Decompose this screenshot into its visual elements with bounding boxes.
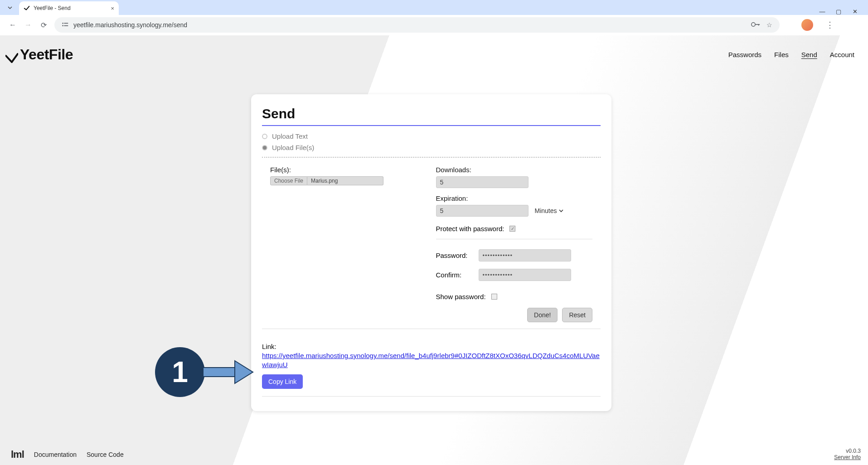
tab-dropdown-icon[interactable] [5,2,15,13]
footer-source-code-link[interactable]: Source Code [87,451,124,458]
card-title: Send [262,106,601,121]
nav-files[interactable]: Files [774,51,789,58]
window-minimize-icon[interactable]: — [818,8,826,15]
footer-documentation-link[interactable]: Documentation [34,451,77,458]
svg-rect-1 [64,23,68,24]
app-page: YeetFile Passwords Files Send Account Se… [0,35,868,465]
generated-link[interactable]: https://yeetfile.mariushosting.synology.… [262,351,601,370]
tab-title: YeetFile - Send [34,5,71,11]
site-settings-icon[interactable] [62,21,69,29]
footer-logo: lml [11,449,24,460]
svg-rect-5 [755,24,760,25]
browser-titlebar: YeetFile - Send × — ▢ ✕ [0,0,868,15]
main-nav: Passwords Files Send Account [728,51,854,58]
annotation-number-circle: 1 [155,347,205,397]
password-input[interactable] [479,249,571,262]
radio-upload-text-label: Upload Text [272,132,308,140]
copy-link-button[interactable]: Copy Link [262,374,303,389]
profile-avatar[interactable] [801,19,813,31]
tab-close-icon[interactable]: × [111,5,114,12]
separator [436,239,593,239]
radio-upload-text[interactable]: Upload Text [262,131,601,142]
expiration-input[interactable] [436,205,529,217]
tab-favicon-icon [24,5,30,11]
dotted-divider [262,157,601,158]
nav-account[interactable]: Account [830,51,854,58]
radio-upload-files[interactable]: Upload File(s) [262,142,601,153]
protect-password-checkbox[interactable]: ✓ [509,226,515,232]
send-card: Send Upload Text Upload File(s) File(s):… [251,94,611,411]
password-section: Password: Confirm: [436,246,593,285]
expiration-label: Expiration: [436,194,593,202]
logo-icon [5,50,18,60]
footer-version: v0.0.3 [834,448,861,454]
file-input[interactable]: Choose File Marius.png [270,176,383,185]
nav-forward-icon[interactable]: → [24,21,33,29]
left-column: File(s): Choose File Marius.png [270,166,427,300]
svg-point-2 [62,25,63,26]
expiration-unit-select[interactable]: Minutes [535,207,563,214]
tab-region: YeetFile - Send × [5,1,119,15]
bookmark-star-icon[interactable]: ☆ [766,21,772,29]
separator-2 [262,329,601,329]
downloads-input[interactable] [436,176,529,188]
svg-point-4 [752,23,755,26]
window-maximize-icon[interactable]: ▢ [834,8,843,15]
app-header: YeetFile Passwords Files Send Account [0,35,868,68]
nav-passwords[interactable]: Passwords [728,51,761,58]
password-key-icon[interactable] [751,21,760,29]
expiration-unit-text: Minutes [535,207,557,214]
radio-dot-selected-icon [262,145,267,150]
svg-marker-8 [235,361,253,383]
done-button[interactable]: Done! [527,308,558,322]
app-footer: lml Documentation Source Code v0.0.3 Ser… [0,448,868,465]
svg-rect-7 [203,368,235,377]
confirm-input[interactable] [479,269,571,281]
browser-tab[interactable]: YeetFile - Send × [19,1,119,15]
svg-point-0 [62,23,63,24]
separator-3 [262,396,601,397]
annotation-number: 1 [172,355,188,389]
right-column: Downloads: Expiration: Minutes Protect w… [436,166,593,300]
title-underline [262,125,601,126]
link-label: Link: [262,343,601,350]
browser-menu-icon[interactable]: ⋮ [826,20,834,30]
logo[interactable]: YeetFile [5,46,73,63]
protect-password-label: Protect with password: [436,225,504,232]
radio-upload-files-label: Upload File(s) [272,144,314,151]
link-section: Link: https://yeetfile.mariushosting.syn… [262,335,601,397]
logo-text: YeetFile [20,46,73,63]
window-controls: — ▢ ✕ [818,5,868,15]
chevron-down-icon [559,209,563,213]
nav-reload-icon[interactable]: ⟳ [39,21,48,29]
svg-rect-3 [64,25,68,26]
nav-back-icon[interactable]: ← [8,21,17,29]
chosen-file-name: Marius.png [307,176,383,185]
browser-toolbar: ← → ⟳ yeetfile.mariushosting.synology.me… [0,15,868,35]
radio-dot-unselected-icon [262,134,267,139]
svg-rect-6 [758,24,759,25]
downloads-label: Downloads: [436,166,593,174]
url-bar[interactable]: yeetfile.mariushosting.synology.me/send … [54,17,780,33]
password-label: Password: [436,252,470,259]
window-close-icon[interactable]: ✕ [851,8,859,15]
footer-server-info-link[interactable]: Server Info [834,454,861,460]
choose-file-button[interactable]: Choose File [270,176,307,185]
reset-button[interactable]: Reset [562,308,592,322]
show-password-checkbox[interactable] [491,294,497,300]
annotation: 1 [155,347,257,397]
annotation-arrow-icon [203,356,257,388]
nav-send[interactable]: Send [801,51,817,58]
show-password-label: Show password: [436,293,486,300]
files-label: File(s): [270,166,427,174]
confirm-label: Confirm: [436,271,470,279]
url-text: yeetfile.mariushosting.synology.me/send [73,21,187,29]
